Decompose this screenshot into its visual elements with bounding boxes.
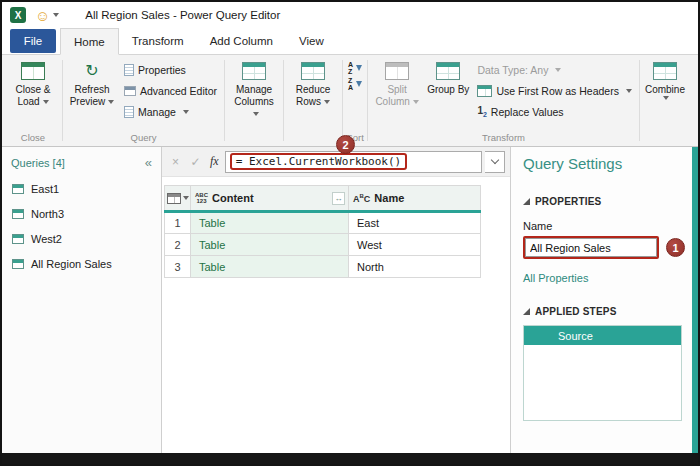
close-load-button[interactable]: Close & Load (6, 57, 60, 108)
ribbon-group-sort: AZ ZA Sort (345, 57, 365, 146)
data-type-label: Data Type: Any (477, 64, 548, 76)
group-by-button[interactable]: Group By (424, 57, 472, 96)
table-row: 2 Table West (165, 234, 481, 256)
dropdown-caret-icon (413, 100, 419, 104)
properties-button[interactable]: Properties (119, 60, 222, 79)
table-grid-icon (167, 193, 181, 204)
row-number[interactable]: 2 (165, 234, 191, 256)
section-triangle-icon (523, 308, 530, 315)
sort-za-icon: ZA (348, 77, 353, 91)
queries-pane-header: Queries [4] (11, 157, 65, 169)
data-type-button[interactable]: Data Type: Any (472, 60, 637, 79)
cell-name[interactable]: West (349, 234, 481, 256)
applied-steps-section-header[interactable]: APPLIED STEPS (523, 306, 682, 317)
dropdown-caret-icon (324, 100, 330, 104)
query-settings-pane: Query Settings PROPERTIES Name 1 All Pro… (510, 147, 692, 453)
query-item-label: North3 (31, 208, 64, 220)
manage-label: Manage (138, 106, 176, 118)
expand-column-icon[interactable]: ↔ (332, 192, 345, 205)
manage-columns-button[interactable]: Manage Columns (227, 57, 281, 120)
cell-name[interactable]: East (349, 212, 481, 234)
query-item-north3[interactable]: North3 (2, 201, 161, 226)
row-number[interactable]: 3 (165, 256, 191, 278)
use-first-row-button[interactable]: Use First Row as Headers (472, 81, 637, 100)
dropdown-caret-icon (43, 100, 49, 104)
split-column-icon (385, 62, 409, 80)
right-edge-strip (692, 147, 698, 453)
tab-add-column[interactable]: Add Column (197, 28, 286, 54)
tab-transform[interactable]: Transform (119, 28, 197, 54)
applied-steps-header-label: APPLIED STEPS (535, 306, 617, 317)
quick-access-dropdown-icon[interactable] (53, 13, 59, 17)
combine-icon (653, 62, 677, 80)
tab-file[interactable]: File (10, 29, 56, 53)
use-first-row-label: Use First Row as Headers (496, 85, 619, 97)
properties-section-header[interactable]: PROPERTIES (523, 196, 682, 207)
first-row-headers-icon (477, 85, 492, 97)
title-bar: X ☺ All Region Sales - Power Query Edito… (2, 2, 698, 28)
annotation-badge-1: 1 (666, 238, 685, 257)
query-item-label: East1 (31, 183, 59, 195)
combine-button[interactable]: Combine (642, 57, 688, 100)
group-separator (367, 60, 368, 141)
table-row: 1 Table East (165, 212, 481, 234)
ribbon-group-query: ↻ Refresh Preview Properties Advanced Ed… (65, 57, 222, 146)
query-item-all-region-sales[interactable]: All Region Sales (2, 251, 161, 276)
smiley-feedback-icon[interactable]: ☺ (35, 8, 50, 23)
group-label-transform: Transform (370, 131, 637, 146)
fx-button[interactable]: fx (210, 154, 219, 169)
reduce-rows-button[interactable]: Reduce Rows (286, 57, 340, 108)
query-table-icon (12, 209, 24, 219)
chevron-down-icon (490, 156, 498, 164)
properties-label: Properties (138, 64, 186, 76)
ribbon-tab-bar: File Home Transform Add Column View (2, 28, 698, 55)
select-all-corner[interactable] (165, 186, 191, 212)
query-settings-title: Query Settings (523, 155, 682, 172)
dropdown-caret-icon (183, 110, 189, 114)
column-header-content[interactable]: ABC123 Content ↔ (191, 186, 349, 212)
formula-cancel-button[interactable]: × (167, 153, 184, 170)
query-table-icon (12, 259, 24, 269)
dropdown-caret-icon (663, 96, 669, 100)
group-label-close: Close (6, 131, 60, 146)
query-name-input[interactable] (525, 238, 657, 257)
collapse-pane-icon[interactable]: « (145, 156, 152, 169)
preview-area: × ✓ fx = Excel.CurrentWorkbook() (162, 147, 510, 453)
sort-down-arrow-icon (356, 65, 362, 71)
formula-confirm-button[interactable]: ✓ (187, 153, 204, 170)
split-column-button[interactable]: Split Column (370, 57, 424, 108)
cell-content-link[interactable]: Table (191, 234, 349, 256)
query-item-west2[interactable]: West2 (2, 226, 161, 251)
properties-header-label: PROPERTIES (535, 196, 601, 207)
advanced-editor-icon (124, 86, 136, 96)
formula-expand-button[interactable] (485, 151, 505, 173)
cell-content-link[interactable]: Table (191, 256, 349, 278)
replace-values-button[interactable]: 12 Replace Values (472, 102, 637, 121)
group-by-icon (436, 62, 460, 80)
annotation-badge-2: 2 (336, 135, 355, 154)
sort-ascending-button[interactable]: AZ (345, 60, 365, 76)
tab-home[interactable]: Home (60, 28, 119, 55)
refresh-preview-button[interactable]: ↻ Refresh Preview (65, 57, 119, 108)
formula-input[interactable]: = Excel.CurrentWorkbook() (225, 151, 482, 173)
data-preview-grid: ABC123 Content ↔ ABC Name (162, 177, 510, 278)
cell-name[interactable]: North (349, 256, 481, 278)
column-header-name[interactable]: ABC Name (349, 186, 481, 212)
ribbon: Close & Load Close ↻ Refresh Preview Pro… (2, 55, 698, 147)
advanced-editor-button[interactable]: Advanced Editor (119, 81, 222, 100)
row-number[interactable]: 1 (165, 212, 191, 234)
bottom-bar (2, 453, 698, 464)
main-area: Queries [4] « East1 North3 West2 All Reg… (2, 147, 698, 453)
manage-button[interactable]: Manage (119, 102, 222, 121)
tab-view[interactable]: View (286, 28, 337, 54)
ribbon-group-reduce-rows: Reduce Rows (286, 57, 340, 146)
group-separator (639, 60, 640, 141)
sort-descending-button[interactable]: ZA (345, 76, 365, 92)
applied-step-source[interactable]: Source (524, 326, 681, 345)
cell-content-link[interactable]: Table (191, 212, 349, 234)
ribbon-group-combine: Combine (642, 57, 688, 146)
all-properties-link[interactable]: All Properties (523, 272, 588, 284)
query-item-east1[interactable]: East1 (2, 176, 161, 201)
group-separator (342, 60, 343, 141)
manage-columns-label: Manage Columns (234, 84, 273, 107)
